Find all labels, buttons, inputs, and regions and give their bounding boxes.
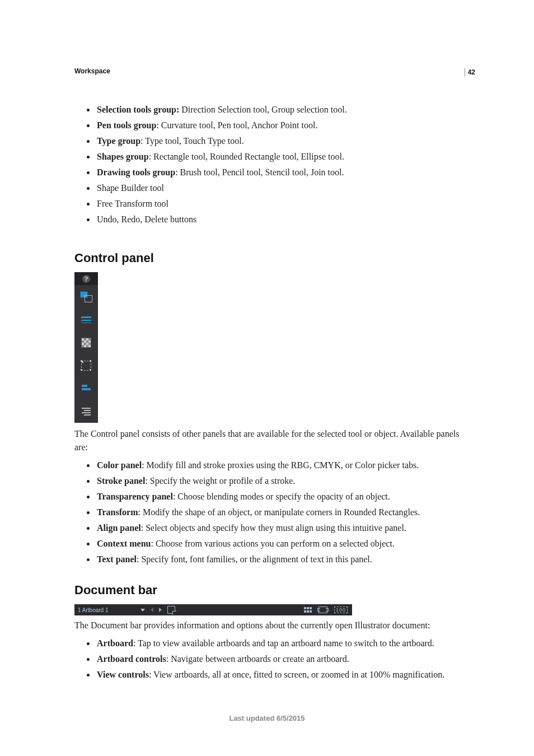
document-bar-intro: The Document bar provides information an… <box>74 619 472 632</box>
heading-document-bar: Document bar <box>74 583 472 598</box>
toolbar-tools-list: Selection tools group: Direction Selecti… <box>74 102 472 227</box>
next-artboard-icon <box>159 608 162 612</box>
list-item: Pen tools group: Curvature tool, Pen too… <box>96 118 472 133</box>
list-item: Text panel: Specify font, font families,… <box>96 552 472 567</box>
color-panel-icon <box>74 285 98 308</box>
stroke-panel-icon <box>74 308 98 331</box>
list-item: Shape Builder tool <box>96 180 472 196</box>
fit-to-screen-icon <box>318 606 327 613</box>
list-item: Shapes group: Rectangle tool, Rounded Re… <box>96 149 472 165</box>
document-bar-list: Artboard: Tap to view available artboard… <box>74 636 472 683</box>
align-panel-icon <box>74 377 98 400</box>
artboard-dropdown-icon <box>140 609 145 612</box>
list-item: Transparency panel: Choose blending mode… <box>96 489 472 505</box>
document-bar-image: 1 Artboard 1 100 <box>74 604 352 615</box>
footer-last-updated: Last updated 6/5/2015 <box>0 714 534 722</box>
heading-control-panel: Control panel <box>74 251 472 265</box>
list-item: Color panel: Modify fill and stroke prox… <box>96 458 472 473</box>
transform-panel-icon <box>74 354 98 377</box>
transparency-panel-icon <box>74 331 98 354</box>
list-item: Free Transform tool <box>96 196 472 212</box>
zoom-100-icon: 100 <box>334 606 348 613</box>
control-panel-list: Color panel: Modify fill and stroke prox… <box>74 458 472 567</box>
new-artboard-icon <box>167 606 175 614</box>
chapter-title: Workspace <box>74 67 472 75</box>
control-panel-intro: The Control panel consists of other pane… <box>74 427 472 454</box>
previous-artboard-icon <box>151 608 153 612</box>
help-icon: ? <box>74 272 98 285</box>
list-item: Transform: Modify the shape of an object… <box>96 505 472 520</box>
list-item: Align panel: Select objects and specify … <box>96 520 472 536</box>
list-item: Type group: Type tool, Touch Type tool. <box>96 133 472 149</box>
list-item: Artboard: Tap to view available artboard… <box>96 636 472 651</box>
page-number: 42 <box>465 68 475 76</box>
list-item: Undo, Redo, Delete buttons <box>96 212 472 227</box>
list-item: View controls: View artboards, all at on… <box>96 667 472 683</box>
control-panel-image: ? <box>74 272 98 423</box>
list-item: Selection tools group: Direction Selecti… <box>96 102 472 118</box>
list-item: Stroke panel: Specify the weight or prof… <box>96 473 472 489</box>
list-item: Artboard controls: Navigate between artb… <box>96 651 472 667</box>
list-item: Context menu: Choose from various action… <box>96 536 472 552</box>
view-all-artboards-icon <box>304 607 312 613</box>
text-panel-icon <box>74 400 98 423</box>
artboard-name: 1 Artboard 1 <box>74 607 111 613</box>
list-item: Drawing tools group: Brush tool, Pencil … <box>96 165 472 180</box>
